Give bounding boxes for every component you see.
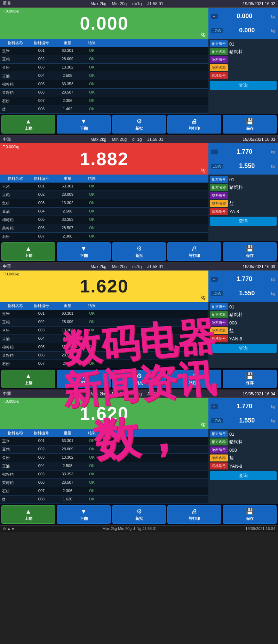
weight-display-1: T:0.000kg 0.000 kg <box>0 8 208 39</box>
reprint-btn-1[interactable]: 🖨 补打印 <box>167 115 221 134</box>
table-row[interactable]: 豆粕00228.009OK <box>0 191 208 199</box>
material-id-row: 物料编号 <box>210 56 277 63</box>
query-button-3[interactable]: 查询 <box>210 344 277 353</box>
reprint-btn-2[interactable]: 🖨 补打印 <box>167 242 221 261</box>
hi-unit-1: kg <box>271 14 275 18</box>
table-header-2: 物料名称 物料编号 重量 结果 <box>0 175 208 183</box>
table-row[interactable]: 豆粕00228.009OK <box>0 445 208 454</box>
side-weight-4: HI 1.770 kg LOW 1.550 kg <box>208 398 278 429</box>
weight-value-3: 1.620 <box>80 276 128 297</box>
recipe-id-label-2: 配方编号 <box>210 176 228 183</box>
batch-icon: ⚙ <box>136 118 142 125</box>
save-btn-4[interactable]: 💾 保存 <box>223 505 277 524</box>
down-btn-2[interactable]: ▼ 下翻 <box>57 242 111 261</box>
table-row[interactable]: 菜籽粕00628.507OK <box>0 89 208 97</box>
up-btn-2[interactable]: ▲ 上翻 <box>1 242 55 261</box>
recipe-id-label: 配方编号 <box>210 40 228 47</box>
table-header-1: 物料名称 物料编号 重量 结果 <box>0 39 208 47</box>
table-row[interactable]: 豆油0042.508OK <box>0 335 208 343</box>
header-center-2: Max 2kg Min 20g d=1g J1.58.01 <box>90 137 163 142</box>
weight-display-3: T:0.000kg 1.620 kg <box>0 271 208 302</box>
bottom-right: 19/05/2021 16:04 <box>245 526 275 531</box>
table-row[interactable]: 豆油0042.508OK <box>0 72 208 80</box>
toolbar-3: ▲ 上翻 ▼ 下翻 ⚙ 新批 🖨 补打印 💾 保存 <box>0 368 278 389</box>
weight-value-4: 1.620 <box>80 403 128 424</box>
table-row[interactable]: 棉籽粕00533.353OK <box>0 216 208 224</box>
right-panel-3: 配方编号 01 配方名称 猪饲料 物料编号 008 物料名称 盐 规格型号 <box>208 302 278 368</box>
new-batch-btn-3[interactable]: ⚙ 新批 <box>112 370 166 388</box>
table-row[interactable]: 石粉0072.306OK <box>0 487 208 496</box>
up-btn-3[interactable]: ▲ 上翻 <box>1 370 55 388</box>
new-batch-btn-4[interactable]: ⚙ 新批 <box>112 505 166 524</box>
table-row[interactable]: 鱼粉00313.302OK <box>0 64 208 72</box>
new-batch-btn-2[interactable]: ⚙ 新批 <box>112 242 166 261</box>
tare-1: T:0.000kg <box>3 9 19 13</box>
table-row[interactable]: 豆粕00228.009OK <box>0 318 208 327</box>
table-row[interactable]: 豆油0042.508OK <box>0 208 208 216</box>
table-row[interactable]: 玉米00163.301OK <box>0 183 208 191</box>
table-row[interactable]: 玉米00163.301OK <box>0 47 208 55</box>
table-row[interactable]: 菜籽粕00628.507OK <box>0 352 208 360</box>
header-left-1: 重量 <box>3 1 11 7</box>
query-button-1[interactable]: 查询 <box>210 81 277 90</box>
table-row[interactable]: 玉米00163.301OK <box>0 310 208 318</box>
spec-label-2: 规格型号 <box>210 208 228 215</box>
side-weight-2: HI 1.770 kg LOW 1.550 kg <box>208 143 278 175</box>
down-icon: ▼ <box>81 118 87 125</box>
table-section-2: 物料名称 物料编号 重量 结果 玉米00163.301OK 豆粕00228.00… <box>0 175 278 241</box>
down-btn-3[interactable]: ▼ 下翻 <box>57 370 111 388</box>
table-row[interactable]: 棉籽粕00533.353OK <box>0 470 208 479</box>
table-row[interactable]: 棉籽粕00533.353OK <box>0 80 208 89</box>
query-button-2[interactable]: 查询 <box>210 217 277 226</box>
table-row[interactable]: 盐0081.462OK <box>0 105 208 114</box>
print-icon-2: 🖨 <box>191 245 198 252</box>
save-icon-2: 💾 <box>246 245 254 252</box>
header-datetime-2: 19/05/2021 16:03 <box>243 137 275 142</box>
header-bar-2: 中重 Max 2kg Min 20g d=1g J1.58.01 19/05/2… <box>0 136 278 143</box>
table-row[interactable]: 石粉0072.306OK <box>0 360 208 368</box>
reprint-btn-4[interactable]: 🖨 补打印 <box>167 505 221 524</box>
save-btn-1[interactable]: 💾 保存 <box>223 115 277 134</box>
weight-display-2: T:0.000kg 1.882 kg <box>0 143 208 175</box>
material-id-label-2: 物料编号 <box>210 192 228 199</box>
table-row[interactable]: 石粉0072.306OK <box>0 233 208 241</box>
table-row[interactable]: 豆粕00228.009OK <box>0 55 208 64</box>
down-btn-4[interactable]: ▼ 下翻 <box>57 505 111 524</box>
lo-row-2: LOW 1.550 kg <box>211 162 275 170</box>
down-btn-1[interactable]: ▼ 下翻 <box>57 115 111 134</box>
table-row[interactable]: 菜籽粕00628.507OK <box>0 479 208 487</box>
right-panel-4: 配方编号 01 配方名称 猪饲料 物料编号 008 物料名称 盐 规格型号 <box>208 429 278 504</box>
recipe-name-label-2: 配方名称 <box>210 184 228 191</box>
up-btn-1[interactable]: ▲ 上翻 <box>1 115 55 134</box>
new-batch-btn-1[interactable]: ⚙ 新批 <box>112 115 166 134</box>
toolbar-4: ▲ 上翻 ▼ 下翻 ⚙ 新批 🖨 补打印 💾 保存 <box>0 504 278 525</box>
lo-value-1: 0.000 <box>239 27 255 34</box>
header-left-4: 中重 <box>3 391 11 397</box>
header-datetime-4: 19/05/2021 16:04 <box>243 392 275 396</box>
table-row[interactable]: 鱼粉00313.302OK <box>0 199 208 208</box>
reprint-btn-3[interactable]: 🖨 补打印 <box>167 370 221 388</box>
hi-value-1: 0.000 <box>237 13 252 20</box>
table-row[interactable]: 棉籽粕00533.353OK <box>0 343 208 352</box>
right-panel-2: 配方编号 01 配方名称 猪饲料 物料编号 物料名称 盐 规格型号 YA- <box>208 175 278 241</box>
weight-unit-3: kg <box>200 294 206 300</box>
table-section-1: 物料名称 物料编号 重量 结果 玉米00163.301OK 豆粕00228.00… <box>0 39 278 114</box>
recipe-id-row: 配方编号 01 <box>210 40 277 47</box>
query-button-4[interactable]: 查询 <box>210 471 277 480</box>
table-row[interactable]: 玉米00163.301OK <box>0 437 208 445</box>
lo-unit-1: kg <box>271 29 275 33</box>
table-row[interactable]: 鱼粉00313.302OK <box>0 454 208 462</box>
table-row[interactable]: 石粉0072.306OK <box>0 97 208 105</box>
table-row[interactable]: 鱼粉00313.302OK <box>0 327 208 335</box>
save-btn-3[interactable]: 💾 保存 <box>223 370 277 388</box>
up-icon: ▲ <box>25 118 32 125</box>
weight-value-2: 1.882 <box>80 148 128 169</box>
table-row[interactable]: 菜籽粕00628.507OK <box>0 224 208 233</box>
weight-area-4: T:0.000kg 1.620 kg HI 1.770 kg LOW 1.550… <box>0 398 278 429</box>
table-row[interactable]: 盐0081.620OK <box>0 496 208 504</box>
material-name-value-2: 盐 <box>229 200 277 207</box>
table-row[interactable]: 豆油0042.508OK <box>0 462 208 470</box>
data-table-3: 物料名称 物料编号 重量 结果 玉米00163.301OK 豆粕00228.00… <box>0 302 208 368</box>
up-btn-4[interactable]: ▲ 上翻 <box>1 505 55 524</box>
save-btn-2[interactable]: 💾 保存 <box>223 242 277 261</box>
